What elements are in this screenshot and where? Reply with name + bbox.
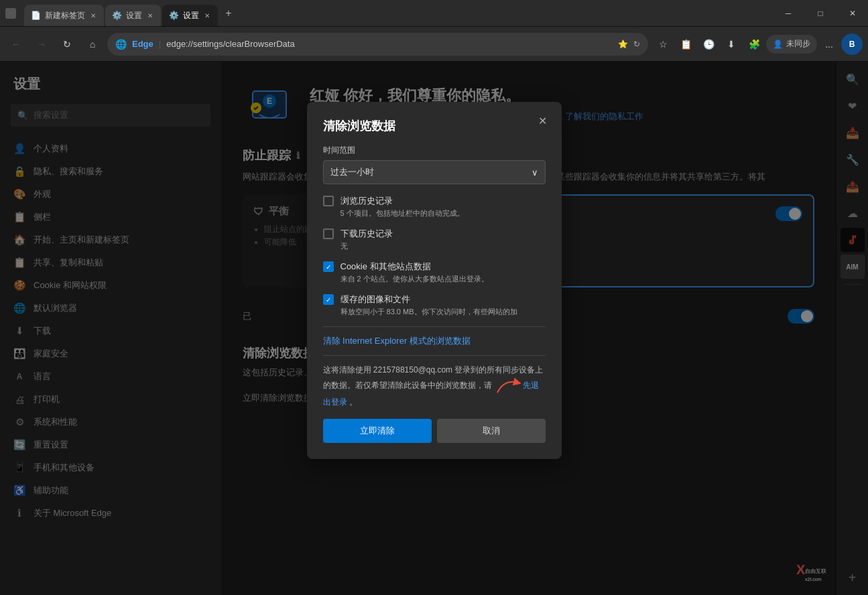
tab-icon: 📄 (31, 11, 41, 20)
tab-icon-3: ⚙️ (169, 11, 179, 20)
checkbox-cookies-box[interactable]: ✓ (323, 261, 334, 272)
modal-sync-text: 这将清除使用 2215788150@qq.com 登录到的所有同步设备上的数据。… (323, 364, 546, 408)
forward-button[interactable]: → (31, 34, 52, 55)
profile-button[interactable]: 👤 未同步 (766, 35, 817, 54)
titlebar-controls: ─ □ ✕ (773, 0, 868, 26)
close-button[interactable]: ✕ (837, 0, 868, 27)
home-button[interactable]: ⌂ (82, 34, 103, 55)
tab-close-btn-2[interactable]: ✕ (146, 11, 154, 21)
refresh-button[interactable]: ↻ (56, 34, 78, 55)
modal-buttons: 立即清除 取消 (323, 419, 546, 443)
tab-label-2: 设置 (126, 10, 142, 21)
tab-close-btn-3[interactable]: ✕ (203, 11, 211, 21)
address-text: edge://settings/clearBrowserData (166, 39, 613, 49)
titlebar: 📄 新建标签页 ✕ ⚙️ 设置 ✕ ⚙️ 设置 ✕ + ─ □ ✕ (0, 0, 868, 27)
cancel-button[interactable]: 取消 (437, 419, 546, 443)
toolbar-right: ☆ 📋 🕒 ⬇ 🧩 👤 未同步 ... B (652, 34, 863, 55)
checkbox-browsing-history-box[interactable] (323, 196, 334, 206)
checkbox-cache-box[interactable]: ✓ (323, 294, 334, 305)
addressbar: ← → ↻ ⌂ 🌐 Edge | edge://settings/clearBr… (0, 27, 868, 62)
tab-new[interactable]: 📄 新建标签页 ✕ (24, 5, 104, 26)
confirm-clear-button[interactable]: 立即清除 (323, 419, 432, 443)
checkbox-cache-text: 缓存的图像和文件 释放空间小于 83.0 MB。你下次访问时，有些网站的加 (340, 293, 517, 317)
maximize-button[interactable]: □ (805, 0, 836, 27)
tab-label-3: 设置 (183, 10, 199, 21)
address-separator: | (159, 39, 161, 49)
ie-mode-link[interactable]: 清除 Internet Explorer 模式的浏览数据 (323, 336, 471, 346)
chevron-down-icon: ∨ (532, 168, 538, 178)
tab-close-btn[interactable]: ✕ (89, 11, 97, 21)
history-button[interactable]: 🕒 (698, 34, 719, 55)
modal-title: 清除浏览数据 (323, 118, 546, 134)
checkbox-download-history-box[interactable] (323, 228, 334, 239)
tab-settings-2[interactable]: ⚙️ 设置 ✕ (162, 5, 218, 26)
new-tab-button[interactable]: + (219, 4, 238, 23)
bing-button[interactable]: B (841, 34, 863, 55)
modal-divider-2 (323, 355, 546, 356)
modal-close-button[interactable]: ✕ (534, 111, 552, 130)
profile-icon: 👤 (773, 40, 783, 49)
checkbox-browsing-history-text: 浏览历史记录 5 个项目。包括地址栏中的自动完成。 (340, 195, 464, 218)
address-field[interactable]: 🌐 Edge | edge://settings/clearBrowserDat… (107, 33, 648, 56)
clear-data-modal: 清除浏览数据 ✕ 时间范围 过去一小时 ∨ 浏览历史记录 5 个项目。包括地址栏… (307, 102, 562, 459)
time-range-label: 时间范围 (323, 145, 546, 156)
address-lock-icon: ⭐ (618, 40, 628, 49)
tab-settings-1[interactable]: ⚙️ 设置 ✕ (105, 5, 161, 26)
profile-label: 未同步 (786, 38, 810, 50)
extensions-button[interactable]: 🧩 (743, 34, 765, 55)
browser-icon (5, 8, 16, 19)
tabs-area: 📄 新建标签页 ✕ ⚙️ 设置 ✕ ⚙️ 设置 ✕ + (21, 0, 773, 26)
modal-overlay[interactable]: 清除浏览数据 ✕ 时间范围 过去一小时 ∨ 浏览历史记录 5 个项目。包括地址栏… (0, 62, 868, 595)
tab-icon-2: ⚙️ (112, 11, 122, 20)
edge-label: Edge (132, 39, 153, 49)
address-refresh-icon: ↻ (633, 40, 640, 49)
time-range-select[interactable]: 过去一小时 ∨ (323, 160, 546, 184)
arrow-svg (494, 376, 521, 396)
downloads-button[interactable]: ⬇ (721, 34, 742, 55)
collections-button[interactable]: 📋 (675, 34, 696, 55)
minimize-button[interactable]: ─ (773, 0, 804, 27)
titlebar-left (0, 0, 21, 26)
edge-logo-icon: 🌐 (115, 39, 127, 50)
checkbox-browsing-history[interactable]: 浏览历史记录 5 个项目。包括地址栏中的自动完成。 (323, 195, 546, 218)
checkbox-cache[interactable]: ✓ 缓存的图像和文件 释放空间小于 83.0 MB。你下次访问时，有些网站的加 (323, 293, 546, 317)
checkbox-download-history-text: 下载历史记录 无 (340, 228, 393, 251)
favorites-button[interactable]: ☆ (652, 34, 674, 55)
checkbox-cookies[interactable]: ✓ Cookie 和其他站点数据 来自 2 个站点。使你从大多数站点退出登录。 (323, 261, 546, 284)
back-button[interactable]: ← (5, 34, 27, 55)
checkbox-download-history[interactable]: 下载历史记录 无 (323, 228, 546, 251)
time-range-value: 过去一小时 (330, 166, 374, 178)
checkbox-cookies-text: Cookie 和其他站点数据 来自 2 个站点。使你从大多数站点退出登录。 (340, 261, 489, 284)
tab-label: 新建标签页 (45, 10, 85, 21)
modal-divider (323, 326, 546, 327)
settings-more-button[interactable]: ... (818, 34, 840, 55)
